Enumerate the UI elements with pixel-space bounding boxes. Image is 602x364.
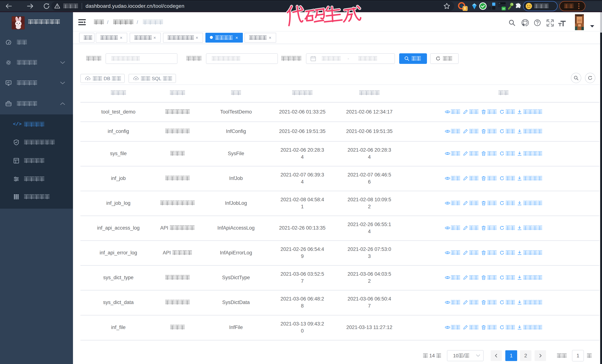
svg-text:on: on [502,7,505,10]
